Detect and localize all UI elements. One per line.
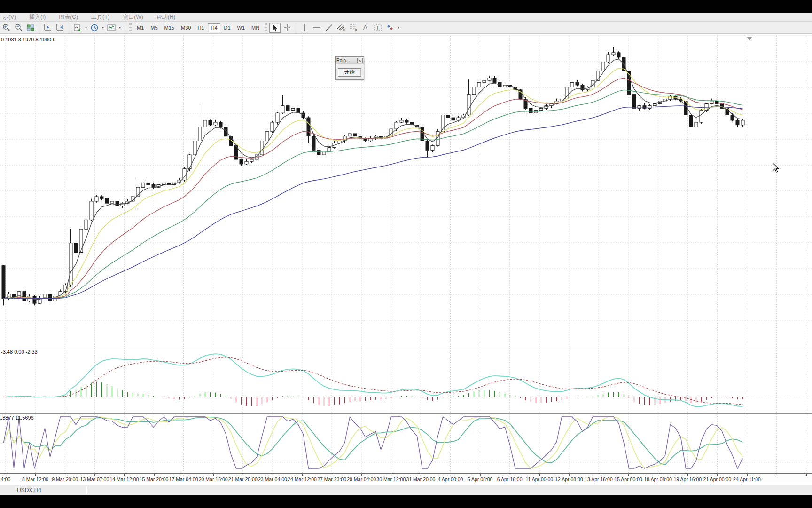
menu-item-5[interactable]: 帮助(H)	[150, 13, 182, 21]
stochastic-values-readout: 1.8877 11.5696	[0, 415, 34, 421]
time-axis-tick	[94, 474, 95, 476]
time-axis-label: 23 Mar 04:00	[258, 476, 287, 482]
close-icon[interactable]: x	[357, 58, 363, 63]
text-label-button[interactable]: T	[372, 23, 383, 33]
equidistant-channel-button[interactable]: E	[336, 23, 347, 33]
timeframe-button-m5[interactable]: M5	[148, 23, 160, 32]
floating-dialog: Poin... x 开始	[335, 56, 364, 80]
horizontal-line-button[interactable]	[311, 23, 322, 33]
chart-shift-button[interactable]	[42, 23, 54, 33]
trendline-button[interactable]	[323, 23, 335, 33]
toolbar: ▾▾▾M1M5M15M30H1H4D1W1MNEFAT▾	[0, 22, 812, 34]
ohlc-readout: 0 1981.3 1979.8 1980.9	[1, 37, 55, 42]
arrows-button[interactable]	[384, 23, 396, 33]
text-label-icon: T	[374, 24, 382, 32]
main-chart-panel[interactable]	[0, 36, 812, 347]
timeframe-button-h1[interactable]: H1	[195, 23, 207, 32]
time-axis-label: 19 Apr 16:00	[674, 476, 702, 482]
menu-item-3[interactable]: 工具(T)	[85, 13, 116, 21]
status-divider	[86, 486, 87, 494]
toolbar-separator	[125, 23, 125, 32]
time-axis-tick	[539, 474, 540, 476]
time-axis-label: 14 Mar 12:00	[109, 476, 139, 482]
macd-line	[4, 354, 743, 407]
zoom-out-icon	[15, 24, 23, 32]
dropdown-caret-icon[interactable]: ▾	[84, 23, 88, 33]
crosshair-button[interactable]	[281, 23, 293, 33]
vertical-line-icon	[302, 24, 307, 32]
templates-button[interactable]	[106, 23, 117, 33]
svg-text:A: A	[363, 24, 367, 31]
time-axis-tick	[124, 474, 125, 476]
arrows-icon	[387, 24, 394, 31]
time-axis-label: 6 Apr 16:00	[497, 476, 523, 482]
menu-bar: 示(V)插入(I)图表(C)工具(T)窗口(W)帮助(H)	[0, 13, 812, 22]
stochastic-indicator-panel[interactable]	[0, 414, 812, 473]
time-axis-tick	[480, 474, 481, 476]
cursor-icon	[272, 24, 278, 32]
fibonacci-button[interactable]: F	[348, 23, 359, 33]
zoom-out-button[interactable]	[13, 23, 24, 33]
fibonacci-icon: F	[349, 24, 358, 32]
time-axis-tick	[361, 474, 362, 476]
time-axis-tick	[599, 474, 599, 476]
time-axis-tick	[213, 474, 214, 476]
timeframe-button-mn[interactable]: MN	[249, 23, 262, 32]
dialog-titlebar[interactable]: Poin... x	[336, 57, 364, 64]
menu-item-2[interactable]: 图表(C)	[52, 13, 85, 21]
time-axis-tick	[332, 474, 332, 476]
vertical-line-button[interactable]	[299, 23, 310, 33]
svg-text:T: T	[376, 25, 379, 31]
text-button[interactable]: A	[360, 23, 371, 33]
time-axis-tick	[687, 474, 688, 476]
menu-item-1[interactable]: 插入(I)	[23, 13, 52, 21]
new-chart-icon	[74, 24, 82, 32]
timeframe-button-d1[interactable]: D1	[221, 23, 234, 32]
stochastic-line-2	[4, 417, 743, 468]
time-axis-tick	[6, 474, 6, 476]
dropdown-caret-icon[interactable]: ▾	[117, 23, 122, 33]
menu-item-4[interactable]: 窗口(W)	[116, 13, 149, 21]
dropdown-caret-icon[interactable]: ▾	[101, 23, 105, 33]
time-axis-label: 31 Mar 20:00	[406, 476, 435, 482]
stochastic-line-1	[4, 417, 743, 468]
toolbar-drag-handle[interactable]	[129, 23, 132, 32]
toolbar-drag-handle[interactable]	[265, 23, 267, 32]
tile-windows-button[interactable]	[25, 23, 36, 33]
periods-button[interactable]	[89, 23, 100, 33]
dropdown-caret-icon[interactable]: ▾	[396, 23, 401, 33]
time-axis-label: 20 Mar 15:00	[199, 476, 228, 482]
time-axis[interactable]: 4:008 Mar 12:009 Mar 20:0013 Mar 07:0014…	[0, 473, 812, 484]
timeframe-button-w1[interactable]: W1	[234, 23, 248, 32]
new-chart-button[interactable]	[72, 23, 83, 33]
status-symbol-period: USDX,H4	[0, 487, 41, 493]
periods-icon	[91, 24, 98, 32]
timeframe-button-m1[interactable]: M1	[134, 23, 147, 32]
time-axis-tick	[777, 474, 777, 476]
auto-scroll-button[interactable]	[55, 23, 66, 33]
timeframe-button-m30[interactable]: M30	[178, 23, 194, 32]
macd-grid	[0, 348, 812, 413]
top-black-bar	[0, 0, 812, 13]
timeframe-button-h4[interactable]: H4	[208, 23, 220, 32]
start-button[interactable]: 开始	[338, 68, 361, 77]
menu-item-0[interactable]: 示(V)	[0, 13, 23, 21]
toolbar-separator	[69, 23, 69, 32]
time-axis-tick	[184, 474, 184, 476]
macd-indicator-panel[interactable]	[0, 348, 812, 413]
time-axis-label: 27 Mar 23:00	[317, 476, 346, 482]
chart-shift-marker[interactable]	[746, 36, 753, 40]
time-axis-label: 4 Apr 00:00	[438, 476, 463, 482]
chart-grid	[0, 36, 812, 347]
time-axis-tick	[569, 474, 570, 476]
main-chart-canvas	[0, 36, 812, 347]
auto-scroll-icon	[56, 24, 64, 32]
macd-canvas	[0, 348, 812, 413]
cursor-button[interactable]	[269, 23, 281, 33]
zoom-in-button[interactable]	[0, 23, 12, 33]
status-bar: USDX,H4	[0, 484, 812, 495]
timeframe-button-m15[interactable]: M15	[162, 23, 177, 32]
time-axis-label: 11 Apr 00:00	[525, 476, 553, 482]
time-axis-tick	[273, 474, 273, 476]
svg-text:E: E	[343, 29, 345, 32]
